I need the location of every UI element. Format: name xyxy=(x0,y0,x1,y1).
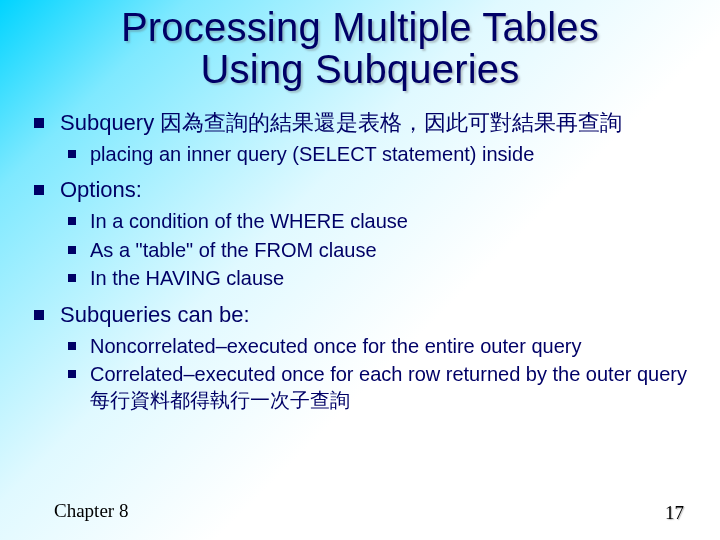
bullet-canbe-sub2-cjk: 每行資料都得執行一次子查詢 xyxy=(90,389,350,411)
bullet-canbe: Subqueries can be: xyxy=(26,300,700,329)
bullet-subquery: Subquery 因為查詢的結果還是表格，因此可對結果再查詢 xyxy=(26,108,700,137)
bullet-options-sub3: In the HAVING clause xyxy=(26,265,700,291)
bullet-canbe-sub2-text: Correlated–executed once for each row re… xyxy=(90,363,687,385)
bullet-canbe-sub1: Noncorrelated–executed once for the enti… xyxy=(26,333,700,359)
bullet-subquery-cjk: 因為查詢的結果還是表格，因此可對結果再查詢 xyxy=(154,110,622,135)
bullet-subquery-sub1: placing an inner query (SELECT statement… xyxy=(26,141,700,167)
footer-page-number: 17 xyxy=(665,502,684,524)
bullet-options-lead: Options: xyxy=(60,177,142,202)
bullet-subquery-lead: Subquery xyxy=(60,110,154,135)
bullet-canbe-sub2: Correlated–executed once for each row re… xyxy=(26,361,700,414)
bullet-options-sub2: As a "table" of the FROM clause xyxy=(26,237,700,263)
footer-chapter: Chapter 8 xyxy=(54,500,128,522)
bullet-options: Options: xyxy=(26,175,700,204)
slide-content: Subquery 因為查詢的結果還是表格，因此可對結果再查詢 placing a… xyxy=(20,108,700,414)
slide: Processing Multiple Tables Using Subquer… xyxy=(0,0,720,540)
bullet-canbe-lead: Subqueries can be: xyxy=(60,302,250,327)
title-line-1: Processing Multiple Tables xyxy=(121,5,599,49)
slide-title: Processing Multiple Tables Using Subquer… xyxy=(20,6,700,90)
bullet-options-sub1: In a condition of the WHERE clause xyxy=(26,208,700,234)
title-line-2: Using Subqueries xyxy=(201,47,520,91)
